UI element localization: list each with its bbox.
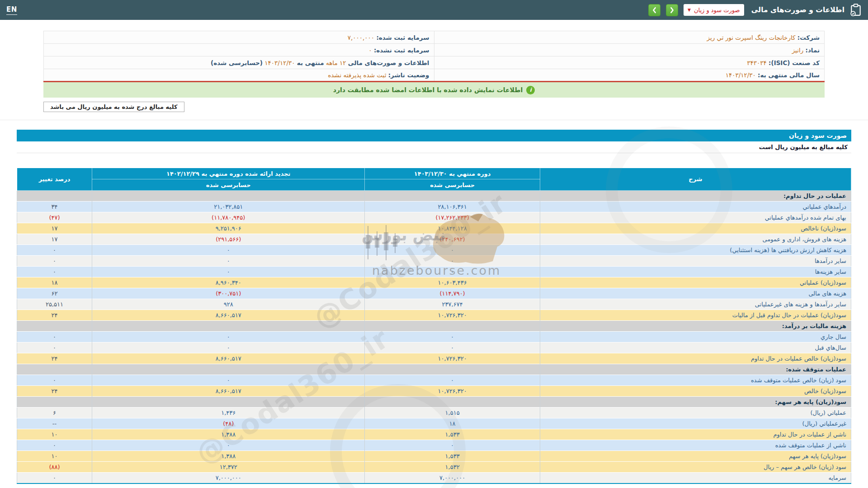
value-change-percent: (۴۷): [17, 212, 92, 223]
value-current-period: (۲۴۰,۶۹۲): [365, 234, 540, 245]
unit-note-row: کلیه مبالغ درج شده به میلیون ریال می باش…: [43, 102, 825, 112]
value-prior-period: (۲۹۱,۵۶۶): [92, 234, 365, 245]
next-statement-button[interactable]: [666, 4, 678, 16]
statement-row: سود(زیان) خالص عملیات در حال تداوم۱۰,۷۲۶…: [17, 353, 851, 364]
info-icon: i: [526, 86, 535, 94]
row-label: هزینه های مالی: [540, 288, 851, 299]
row-label: سود (زیان) خالص عملیات متوقف شده: [540, 375, 851, 386]
company-info-table: شرکت: کارخانجات رینگ اسپرت نور تي ريز سر…: [43, 31, 825, 82]
col-prior-period: تجدید ارائه شده دوره منتهي به ۱۴۰۲/۱۲/۲۹: [92, 168, 365, 179]
statement-section-row: عملیات متوقف شده:: [17, 364, 851, 375]
value-change-percent: ۲۵,۵۱۱: [17, 299, 92, 310]
value-prior-period: (۱۱,۷۸۰,۹۴۵): [92, 212, 365, 223]
clipboard-icon[interactable]: [850, 4, 862, 16]
value-prior-period: ۸,۶۶۰,۵۱۷: [92, 310, 365, 321]
statement-row: سود(زیان) عملیاتي۱۰,۶۰۳,۴۳۶۸,۹۶۰,۳۴۰۱۸: [17, 277, 851, 288]
value-prior-period: [92, 191, 365, 202]
isic-cell: کد صنعت (ISIC): ۳۴۳۰۳۴: [434, 56, 825, 69]
value-change-percent: ۱۰: [17, 451, 92, 462]
value-current-period: ۱۰,۷۲۶,۳۲۰: [365, 353, 540, 364]
row-label: هزینه های فروش، اداری و عمومی: [540, 234, 851, 245]
statement-type-dropdown[interactable]: صورت سود و زیان ▼: [684, 4, 744, 16]
value-prior-period: ۱,۴۳۶: [92, 408, 365, 418]
value-current-period: [365, 397, 540, 408]
value-change-percent: ۰: [17, 440, 92, 451]
value-prior-period: ۱۲,۳۷۲: [92, 462, 365, 473]
chevron-down-icon: ▼: [688, 8, 691, 12]
language-toggle[interactable]: EN: [6, 5, 17, 15]
row-label: سود(زیان) خالص عملیات در حال تداوم: [540, 353, 851, 364]
statement-row: درآمدهاي عملیاتي۲۸,۱۰۶,۳۶۱۲۱,۰۳۲,۸۵۱۳۴: [17, 202, 851, 212]
row-label: سال جاري: [540, 332, 851, 343]
symbol-cell: نماد: رانیز: [434, 44, 825, 56]
value-change-percent: ۰: [17, 245, 92, 256]
row-label: سود(زیان) عملیات در حال تداوم قبل از مال…: [540, 310, 851, 321]
value-current-period: ۲۸,۱۰۶,۳۶۱: [365, 202, 540, 212]
statement-row: ناشي از عملیات متوقف شده۰۰۰: [17, 440, 851, 451]
value-change-percent: [17, 191, 92, 202]
value-change-percent: ۰: [17, 473, 92, 483]
value-prior-period: ۹,۲۵۱,۹۰۶: [92, 223, 365, 234]
prev-statement-button[interactable]: [648, 4, 660, 16]
value-current-period: ۱,۵۳۳: [365, 429, 540, 440]
value-prior-period: ۰: [92, 267, 365, 277]
statement-row: ناشي از عملیات در حال تداوم۱,۵۳۳۱,۳۸۸۱۰: [17, 429, 851, 440]
registered-capital-cell: سرمایه ثبت شده: ۷,۰۰۰,۰۰۰: [44, 31, 434, 44]
fiscal-year-cell: سال مالی منتهی به: ۱۴۰۳/۱۲/۳۰: [434, 69, 825, 82]
value-prior-period: ۰: [92, 375, 365, 386]
value-prior-period: ۲۱,۰۳۲,۸۵۱: [92, 202, 365, 212]
value-prior-period: ۸,۹۶۰,۳۴۰: [92, 277, 365, 288]
row-label: سایر درآمدها و هزینه های غیرعملیاتی: [540, 299, 851, 310]
statement-title-bar: صورت سود و زیان: [17, 130, 851, 141]
value-current-period: ۱۰,۷۲۶,۳۲۰: [365, 310, 540, 321]
statement-type-value: صورت سود و زیان: [694, 7, 740, 14]
value-prior-period: ۹۲۸: [92, 299, 365, 310]
value-change-percent: ۶: [17, 408, 92, 418]
value-current-period: ۱۰,۷۲۶,۳۲۰: [365, 386, 540, 397]
unregistered-capital-value: ۰: [368, 47, 372, 54]
value-change-percent: ۳۴: [17, 202, 92, 212]
top-navbar: اطلاعات و صورت‌های مالی صورت سود و زیان …: [0, 0, 868, 20]
value-prior-period: ۱,۳۸۸: [92, 429, 365, 440]
statement-row: سال‌هاي قبل۰۰۰: [17, 343, 851, 353]
row-label: عملیاتي (ریال): [540, 408, 851, 418]
statement-row: سود(زیان) ناخالص۱۰,۸۴۴,۱۲۸۹,۲۵۱,۹۰۶۱۷: [17, 223, 851, 234]
period-info-cell: اطلاعات و صورت‌های مالی ۱۲ ماهه منتهی به…: [44, 56, 434, 69]
col-current-period: دوره منتهي به ۱۴۰۳/۱۲/۳۰: [365, 168, 540, 179]
company-cell: شرکت: کارخانجات رینگ اسپرت نور تي ريز: [434, 31, 825, 44]
row-label: ناشي از عملیات در حال تداوم: [540, 429, 851, 440]
info-row: کد صنعت (ISIC): ۳۴۳۰۳۴ اطلاعات و صورت‌ها…: [44, 56, 825, 69]
value-change-percent: ۱۸: [17, 277, 92, 288]
value-change-percent: [17, 364, 92, 375]
value-current-period: [365, 191, 540, 202]
row-label: سود(زیان) خالص: [540, 386, 851, 397]
value-change-percent: ۰: [17, 256, 92, 267]
statement-tbody: عملیات در حال تداوم:درآمدهاي عملیاتي۲۸,۱…: [17, 191, 851, 483]
row-label: سود(زیان) ناخالص: [540, 223, 851, 234]
value-change-percent: ۱۷: [17, 223, 92, 234]
chevron-right-icon: [670, 7, 675, 14]
statement-row: عملیاتي (ریال)۱,۵۱۵۱,۴۳۶۶: [17, 408, 851, 418]
income-statement-table: شرح دوره منتهي به ۱۴۰۳/۱۲/۳۰ تجدید ارائه…: [17, 168, 851, 484]
value-current-period: ۱,۵۳۳: [365, 451, 540, 462]
value-prior-period: (۳۰۰,۷۵۱): [92, 288, 365, 299]
statement-row: سود(زیان) خالص۱۰,۷۲۶,۳۲۰۸,۶۶۰,۵۱۷۲۴: [17, 386, 851, 397]
page-title: اطلاعات و صورت‌های مالی: [751, 6, 844, 14]
value-change-percent: ۲۴: [17, 310, 92, 321]
publisher-status-label: وضعیت ناشر:: [388, 71, 429, 79]
statement-row: سود(زیان) پایه هر سهم۱,۵۳۳۱,۳۸۸۱۰: [17, 451, 851, 462]
row-label: سود(زیان) پایه هر سهم: [540, 451, 851, 462]
statement-row: سود (زیان) خالص عملیات متوقف شده۰۰۰: [17, 375, 851, 386]
value-current-period: [365, 321, 540, 332]
value-prior-period: ۰: [92, 343, 365, 353]
value-current-period: ۰: [365, 245, 540, 256]
period-date: ۱۴۰۳/۱۲/۳۰: [264, 59, 295, 66]
chevron-left-icon: [652, 7, 657, 14]
period-suffix: (حسابرسی شده): [211, 59, 263, 66]
value-current-period: ۰: [365, 440, 540, 451]
row-label: سایر درآمدها: [540, 256, 851, 267]
value-change-percent: --: [17, 418, 92, 429]
isic-value: ۳۴۳۰۳۴: [747, 59, 767, 66]
page: { "navbar": { "language_toggle": "EN", "…: [0, 0, 868, 488]
value-prior-period: ۰: [92, 332, 365, 343]
